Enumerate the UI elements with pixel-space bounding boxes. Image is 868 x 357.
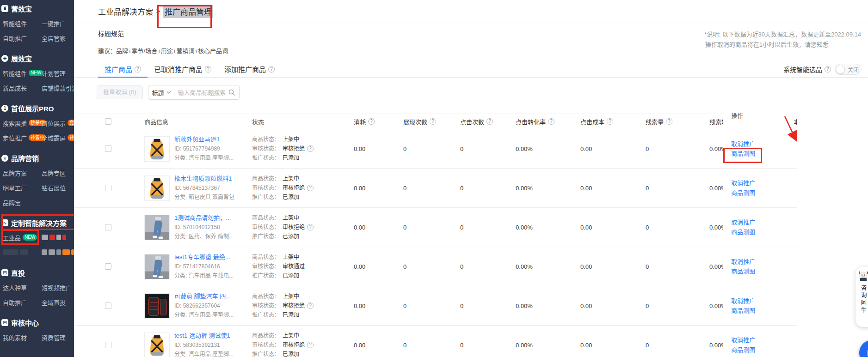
cancel-promotion-link[interactable]: 取消推广 bbox=[731, 218, 794, 227]
column-label: 线索量 bbox=[646, 117, 664, 126]
sidebar-item[interactable]: 全域直投 bbox=[42, 298, 74, 307]
column-info-icon[interactable]: ? bbox=[666, 118, 672, 125]
header-checkbox[interactable] bbox=[105, 118, 111, 125]
sidebar-item[interactable]: 智能组件 bbox=[3, 19, 42, 28]
tab-info-icon[interactable]: ? bbox=[268, 66, 275, 73]
row-checkbox[interactable] bbox=[105, 303, 111, 309]
sidebar-section-title: 首位展示PRO bbox=[11, 103, 54, 113]
column-info-icon[interactable]: ? bbox=[368, 118, 375, 125]
cancel-promotion-link[interactable]: 取消推广 bbox=[731, 139, 794, 149]
header-metric: 线索量? bbox=[646, 117, 709, 126]
status-label: 审核状态： bbox=[252, 262, 280, 271]
status-value: 上架中 bbox=[283, 292, 299, 301]
product-image-test-link[interactable]: 商品测图 bbox=[731, 306, 794, 315]
sidebar-item[interactable]: 工业品NEW bbox=[3, 233, 42, 242]
status-value: 上架中 bbox=[283, 135, 299, 144]
sidebar-item[interactable]: 新品成长 bbox=[3, 84, 42, 92]
product-image-test-link[interactable]: 商品测图 bbox=[731, 188, 794, 198]
product-image-test-link[interactable]: 商品测图 bbox=[731, 149, 794, 158]
product-image-test-link[interactable]: 商品测图 bbox=[731, 227, 794, 237]
sidebar-item[interactable]: 达人种草 bbox=[3, 283, 42, 292]
sidebar-item[interactable]: 自助推广 bbox=[3, 298, 42, 307]
product-image-test-link[interactable]: 商品测图 bbox=[731, 266, 794, 276]
sidebar-item[interactable]: 我的素材 bbox=[3, 333, 42, 342]
sidebar-item[interactable]: 定位推广补售中 bbox=[3, 133, 42, 142]
metric-value: 0 bbox=[646, 224, 709, 231]
cancel-promotion-link[interactable]: 取消推广 bbox=[731, 296, 794, 306]
product-cell: test1专车脚垫 最绝...ID: 571417804616分类: 汽车用品 … bbox=[113, 253, 252, 280]
column-label: 展现次数 bbox=[403, 117, 427, 126]
sidebar-item[interactable]: 短视频推广 bbox=[42, 283, 74, 292]
search-icon[interactable] bbox=[228, 89, 235, 96]
product-title-link[interactable]: 橡木生物质颗粒燃料1 bbox=[174, 174, 234, 183]
sidebar-item[interactable]: 全店管家 bbox=[42, 34, 74, 42]
product-image-test-link[interactable]: 商品测图 bbox=[731, 345, 794, 355]
audit-info-icon[interactable]: ? bbox=[307, 185, 314, 191]
sidebar-item[interactable]: 计划管理 bbox=[42, 69, 74, 78]
sidebar-item[interactable]: 品牌方案 bbox=[3, 169, 42, 177]
audit-info-icon[interactable]: ? bbox=[307, 224, 314, 230]
tab-info-icon[interactable]: ? bbox=[135, 66, 141, 73]
row-checkbox[interactable] bbox=[105, 342, 111, 348]
sidebar-item-row: 工业品NEW bbox=[1, 230, 74, 245]
column-info-icon[interactable]: ? bbox=[607, 118, 613, 125]
breadcrumb-parent[interactable]: 工业品解决方案 bbox=[98, 6, 153, 17]
sidebar-item[interactable]: 一键推广 bbox=[42, 19, 74, 28]
product-id: ID: 571417804616 bbox=[174, 262, 234, 271]
batch-cancel-button[interactable]: 批量取消 (0) bbox=[97, 85, 143, 99]
sidebar-section: ⊟直投达人种草短视频推广自助推广全域直投 bbox=[1, 265, 74, 309]
sidebar-section-header: ✚展效宝 bbox=[1, 51, 74, 66]
filter-dropdown[interactable]: 标题 bbox=[148, 85, 175, 99]
row-checkbox[interactable] bbox=[105, 145, 111, 152]
sidebar-item[interactable]: 自助推广 bbox=[3, 34, 42, 42]
sidebar-item-row bbox=[1, 245, 74, 260]
sidebar-item[interactable]: 资质管理 bbox=[42, 333, 74, 342]
table-row: 新款外贸亚马逊1ID: 551767794989分类: 汽车用品 座垫脚...商… bbox=[74, 129, 797, 169]
row-checkbox[interactable] bbox=[105, 224, 111, 230]
sidebar-item[interactable]: 明星工厂 bbox=[3, 183, 42, 192]
sidebar-item[interactable]: 智能组件NEW bbox=[3, 69, 42, 78]
column-info-icon[interactable]: ? bbox=[486, 118, 493, 125]
cow-mascot-icon bbox=[858, 271, 868, 283]
audit-info-icon[interactable]: ? bbox=[307, 303, 314, 309]
tab-1[interactable]: 推广商品? bbox=[98, 61, 148, 77]
sidebar-item[interactable]: 钻石展位 bbox=[42, 183, 74, 192]
column-info-icon[interactable]: ? bbox=[548, 118, 554, 125]
cancel-promotion-link[interactable]: 取消推广 bbox=[731, 335, 794, 345]
tab-info-icon[interactable]: ? bbox=[205, 66, 211, 73]
tab-2[interactable]: 已取消推广商品? bbox=[148, 61, 218, 77]
sidebar-item-row: 定位推广补售中全域霸屏补售中 bbox=[1, 130, 74, 145]
audit-info-icon[interactable]: ? bbox=[307, 145, 314, 152]
cancel-promotion-link[interactable]: 取消推广 bbox=[731, 257, 794, 266]
product-title-link[interactable]: test1专车脚垫 最绝... bbox=[174, 253, 234, 262]
row-checkbox[interactable] bbox=[105, 263, 111, 270]
product-title-link[interactable]: test1 运动裤 测试使1 bbox=[174, 331, 234, 340]
audit-info-icon[interactable]: ? bbox=[307, 342, 314, 348]
breadcrumb: 工业品解决方案 > 推广商品管理 bbox=[74, 0, 868, 23]
product-title-link[interactable]: 1测试商品请勿拍，... bbox=[174, 213, 234, 223]
status-value: 上架中 bbox=[283, 174, 299, 183]
sidebar-item[interactable]: 品牌宝 bbox=[3, 198, 42, 207]
product-title-link[interactable]: 可裁剪 脚垫汽车 四... bbox=[174, 292, 234, 301]
table-header-row: 商品信息状态消耗?展现次数?点击次数?点击转化率?点击成本?线索量?线索转化率?… bbox=[74, 114, 797, 129]
column-info-icon[interactable]: ? bbox=[430, 118, 436, 125]
consult-widget[interactable]: 咨询阿牛 bbox=[856, 267, 868, 327]
sidebar-item[interactable]: 搜索展播秒杀中 bbox=[3, 119, 42, 127]
sidebar-item[interactable]: 全域霸屏补售中 bbox=[42, 133, 74, 142]
status-label: 商品状态： bbox=[252, 253, 280, 262]
smart-select-toggle[interactable]: 关闭 bbox=[835, 64, 862, 75]
search-input[interactable] bbox=[175, 89, 228, 96]
cancel-promotion-link[interactable]: 取消推广 bbox=[731, 178, 794, 188]
status-label: 推广状态： bbox=[252, 153, 280, 163]
row-checkbox[interactable] bbox=[105, 185, 111, 191]
sidebar-item[interactable]: 首位展示竞拍中 bbox=[42, 119, 74, 127]
smart-select-label: 系统智能选品 bbox=[783, 65, 822, 74]
sidebar-item-row: 达人种草短视频推广 bbox=[1, 280, 74, 295]
sidebar-item[interactable]: 店铺爆款引流 bbox=[42, 84, 74, 92]
sidebar-item-label: 搜索展播 bbox=[3, 119, 27, 127]
product-title-link[interactable]: 新款外贸亚马逊1 bbox=[174, 135, 234, 144]
sidebar-item[interactable]: 品牌专区 bbox=[42, 169, 74, 177]
status-cell: 商品状态：上架中审核状态：审核拒绝?推广状态：已添加 bbox=[252, 292, 354, 320]
tab-3[interactable]: 添加推广商品? bbox=[218, 61, 281, 77]
smart-select-info-icon[interactable]: ? bbox=[825, 66, 831, 73]
